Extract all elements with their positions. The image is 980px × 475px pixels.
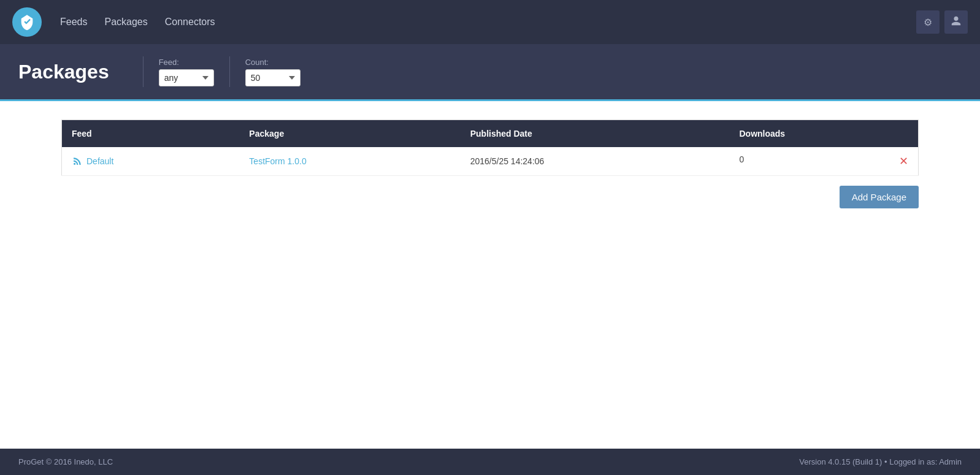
nav-link-feeds[interactable]: Feeds: [60, 17, 87, 28]
feed-link[interactable]: Default: [72, 156, 229, 167]
package-link[interactable]: TestForm 1.0.0: [249, 156, 306, 166]
count-filter-label: Count:: [245, 58, 301, 67]
add-package-row: Add Package: [61, 186, 919, 208]
nav-right: ⚙: [916, 10, 968, 34]
user-button[interactable]: [944, 10, 968, 34]
user-icon: [951, 15, 962, 29]
settings-button[interactable]: ⚙: [916, 10, 940, 34]
feed-filter-label: Feed:: [159, 58, 214, 67]
vertical-divider-1: [143, 56, 144, 87]
cell-published-date: 2016/5/25 14:24:06: [461, 147, 730, 176]
packages-table: Feed Package Published Date Downloads De…: [61, 120, 919, 176]
delete-package-button[interactable]: ✕: [899, 154, 908, 168]
cell-feed: Default: [62, 147, 240, 176]
add-package-button[interactable]: Add Package: [840, 186, 919, 208]
nav-left: Feeds Packages Connectors: [12, 7, 215, 37]
footer: ProGet © 2016 Inedo, LLC Version 4.0.15 …: [0, 449, 980, 475]
gear-icon: ⚙: [924, 17, 932, 28]
table-row: Default TestForm 1.0.0 2016/5/25 14:24:0…: [62, 147, 919, 176]
col-header-package: Package: [239, 120, 460, 148]
sub-header: Packages Feed: any Default Count: 10 25 …: [0, 44, 980, 101]
nav-links: Feeds Packages Connectors: [60, 17, 215, 28]
feed-icon: [72, 156, 83, 167]
count-filter-group: Count: 10 25 50 100: [245, 58, 301, 86]
table-header: Feed Package Published Date Downloads: [62, 120, 919, 148]
feed-filter-select[interactable]: any Default: [159, 69, 214, 86]
page-title: Packages: [18, 61, 128, 83]
nav-link-packages[interactable]: Packages: [104, 17, 147, 28]
col-header-published-date: Published Date: [461, 120, 730, 148]
nav-link-connectors[interactable]: Connectors: [165, 17, 215, 28]
col-header-downloads: Downloads: [729, 120, 918, 148]
feed-filter-group: Feed: any Default: [159, 58, 214, 86]
count-filter-select[interactable]: 10 25 50 100: [245, 69, 301, 86]
downloads-value: 0: [739, 154, 744, 164]
app-logo[interactable]: [12, 7, 42, 37]
col-header-feed: Feed: [62, 120, 240, 148]
feed-link-text: Default: [86, 156, 113, 166]
vertical-divider-2: [229, 56, 230, 87]
top-navigation: Feeds Packages Connectors ⚙: [0, 0, 980, 44]
cell-package: TestForm 1.0.0: [239, 147, 460, 176]
cell-downloads: 0 ✕: [729, 147, 918, 176]
main-content: Feed Package Published Date Downloads De…: [0, 101, 980, 449]
footer-version: Version 4.0.15 (Build 1) • Logged in as:…: [799, 457, 962, 466]
footer-copyright: ProGet © 2016 Inedo, LLC: [18, 457, 113, 466]
table-body: Default TestForm 1.0.0 2016/5/25 14:24:0…: [62, 147, 919, 176]
